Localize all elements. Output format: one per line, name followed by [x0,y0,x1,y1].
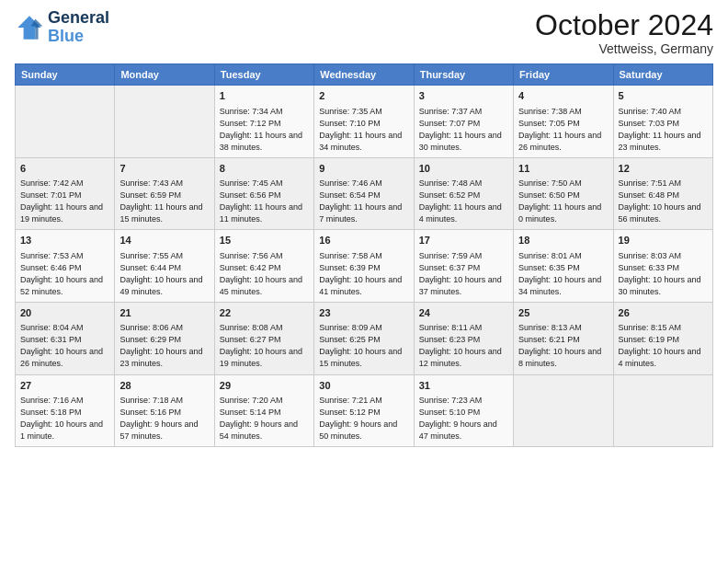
day-info: Sunrise: 7:56 AMSunset: 6:42 PMDaylight:… [220,250,309,298]
logo: General Blue [15,9,109,46]
day-info: Sunrise: 8:15 AMSunset: 6:19 PMDaylight:… [619,322,708,370]
calendar-cell: 9Sunrise: 7:46 AMSunset: 6:54 PMDaylight… [314,157,414,230]
calendar-cell: 10Sunrise: 7:48 AMSunset: 6:52 PMDayligh… [414,157,513,230]
day-number: 24 [419,306,508,320]
calendar-cell: 3Sunrise: 7:37 AMSunset: 7:07 PMDaylight… [414,86,513,158]
day-info: Sunrise: 8:09 AMSunset: 6:25 PMDaylight:… [319,322,408,370]
day-info: Sunrise: 7:35 AMSunset: 7:10 PMDaylight:… [319,106,408,154]
day-number: 2 [319,89,408,103]
header: General Blue October 2024 Vettweiss, Ger… [15,9,713,56]
weekday-header-cell: Tuesday [214,64,313,86]
calendar-cell: 18Sunrise: 8:01 AMSunset: 6:35 PMDayligh… [514,230,613,303]
day-info: Sunrise: 7:21 AMSunset: 5:12 PMDaylight:… [319,395,408,442]
day-info: Sunrise: 8:03 AMSunset: 6:33 PMDaylight:… [619,250,708,298]
day-number: 29 [220,379,309,393]
day-info: Sunrise: 7:43 AMSunset: 6:59 PMDaylight:… [119,178,209,225]
calendar-cell: 19Sunrise: 8:03 AMSunset: 6:33 PMDayligh… [613,230,712,303]
weekday-header-row: SundayMondayTuesdayWednesdayThursdayFrid… [16,64,713,86]
day-number: 1 [220,89,309,103]
calendar-cell: 28Sunrise: 7:18 AMSunset: 5:16 PMDayligh… [115,374,214,447]
weekday-header-cell: Thursday [414,64,513,86]
day-number: 25 [518,306,608,320]
day-info: Sunrise: 7:59 AMSunset: 6:37 PMDaylight:… [419,250,508,298]
day-number: 11 [518,162,608,176]
location-title: Vettweiss, Germany [535,41,713,56]
calendar-cell: 2Sunrise: 7:35 AMSunset: 7:10 PMDaylight… [314,86,414,158]
calendar-table: SundayMondayTuesdayWednesdayThursdayFrid… [15,63,713,447]
day-number: 27 [20,379,109,393]
day-number: 23 [319,306,408,320]
calendar-cell [115,86,214,158]
calendar-cell: 14Sunrise: 7:55 AMSunset: 6:44 PMDayligh… [115,230,214,303]
calendar-cell: 4Sunrise: 7:38 AMSunset: 7:05 PMDaylight… [514,86,613,158]
calendar-cell: 11Sunrise: 7:50 AMSunset: 6:50 PMDayligh… [514,157,613,230]
calendar-cell: 12Sunrise: 7:51 AMSunset: 6:48 PMDayligh… [613,157,712,230]
day-info: Sunrise: 7:55 AMSunset: 6:44 PMDaylight:… [119,250,209,298]
day-number: 12 [619,162,708,176]
calendar-cell: 31Sunrise: 7:23 AMSunset: 5:10 PMDayligh… [414,374,513,447]
weekday-header-cell: Friday [514,64,613,86]
calendar-cell: 24Sunrise: 8:11 AMSunset: 6:23 PMDayligh… [414,302,513,374]
day-info: Sunrise: 7:48 AMSunset: 6:52 PMDaylight:… [419,178,508,225]
calendar-cell [613,374,712,447]
page: General Blue October 2024 Vettweiss, Ger… [0,0,728,563]
day-number: 8 [220,162,309,176]
calendar-week-row: 20Sunrise: 8:04 AMSunset: 6:31 PMDayligh… [16,302,713,374]
day-number: 14 [119,234,209,247]
day-info: Sunrise: 7:50 AMSunset: 6:50 PMDaylight:… [518,178,608,225]
day-number: 20 [20,306,109,320]
calendar-cell: 8Sunrise: 7:45 AMSunset: 6:56 PMDaylight… [214,157,313,230]
calendar-cell: 20Sunrise: 8:04 AMSunset: 6:31 PMDayligh… [16,302,115,374]
calendar-cell: 21Sunrise: 8:06 AMSunset: 6:29 PMDayligh… [115,302,214,374]
day-number: 19 [619,234,708,247]
day-number: 15 [220,234,309,247]
day-number: 3 [419,89,508,103]
day-number: 7 [119,162,209,176]
day-number: 16 [319,234,408,247]
day-info: Sunrise: 7:38 AMSunset: 7:05 PMDaylight:… [518,106,608,154]
calendar-cell: 29Sunrise: 7:20 AMSunset: 5:14 PMDayligh… [214,374,313,447]
day-info: Sunrise: 7:58 AMSunset: 6:39 PMDaylight:… [319,250,408,298]
calendar-cell: 22Sunrise: 8:08 AMSunset: 6:27 PMDayligh… [214,302,313,374]
calendar-cell [16,86,115,158]
title-block: October 2024 Vettweiss, Germany [535,9,713,56]
calendar-cell: 7Sunrise: 7:43 AMSunset: 6:59 PMDaylight… [115,157,214,230]
day-number: 28 [119,379,209,393]
weekday-header-cell: Saturday [613,64,712,86]
day-info: Sunrise: 7:45 AMSunset: 6:56 PMDaylight:… [220,178,309,225]
day-number: 4 [518,89,608,103]
day-number: 21 [119,306,209,320]
month-title: October 2024 [535,9,713,41]
calendar-cell: 16Sunrise: 7:58 AMSunset: 6:39 PMDayligh… [314,230,414,303]
calendar-cell: 17Sunrise: 7:59 AMSunset: 6:37 PMDayligh… [414,230,513,303]
logo-line2: Blue [48,28,109,46]
day-number: 13 [20,234,109,247]
calendar-cell: 23Sunrise: 8:09 AMSunset: 6:25 PMDayligh… [314,302,414,374]
day-info: Sunrise: 7:34 AMSunset: 7:12 PMDaylight:… [220,106,309,154]
day-info: Sunrise: 7:46 AMSunset: 6:54 PMDaylight:… [319,178,408,225]
day-number: 31 [419,379,508,393]
day-info: Sunrise: 7:20 AMSunset: 5:14 PMDaylight:… [220,395,309,442]
logo-line1: General [48,9,109,28]
calendar-cell: 5Sunrise: 7:40 AMSunset: 7:03 PMDaylight… [613,86,712,158]
logo-text: General Blue [48,9,109,46]
day-info: Sunrise: 8:13 AMSunset: 6:21 PMDaylight:… [518,322,608,370]
calendar-body: 1Sunrise: 7:34 AMSunset: 7:12 PMDaylight… [16,86,713,447]
day-info: Sunrise: 7:42 AMSunset: 7:01 PMDaylight:… [20,178,109,225]
day-info: Sunrise: 8:06 AMSunset: 6:29 PMDaylight:… [119,322,209,370]
day-info: Sunrise: 8:11 AMSunset: 6:23 PMDaylight:… [419,322,508,370]
calendar-cell: 13Sunrise: 7:53 AMSunset: 6:46 PMDayligh… [16,230,115,303]
day-number: 26 [619,306,708,320]
calendar-week-row: 6Sunrise: 7:42 AMSunset: 7:01 PMDaylight… [16,157,713,230]
calendar-cell: 27Sunrise: 7:16 AMSunset: 5:18 PMDayligh… [16,374,115,447]
day-number: 10 [419,162,508,176]
day-info: Sunrise: 7:16 AMSunset: 5:18 PMDaylight:… [20,395,109,442]
calendar-cell: 26Sunrise: 8:15 AMSunset: 6:19 PMDayligh… [613,302,712,374]
calendar-week-row: 13Sunrise: 7:53 AMSunset: 6:46 PMDayligh… [16,230,713,303]
calendar-week-row: 1Sunrise: 7:34 AMSunset: 7:12 PMDaylight… [16,86,713,158]
day-number: 5 [619,89,708,103]
day-number: 17 [419,234,508,247]
day-info: Sunrise: 8:01 AMSunset: 6:35 PMDaylight:… [518,250,608,298]
day-info: Sunrise: 8:08 AMSunset: 6:27 PMDaylight:… [220,322,309,370]
calendar-cell: 30Sunrise: 7:21 AMSunset: 5:12 PMDayligh… [314,374,414,447]
